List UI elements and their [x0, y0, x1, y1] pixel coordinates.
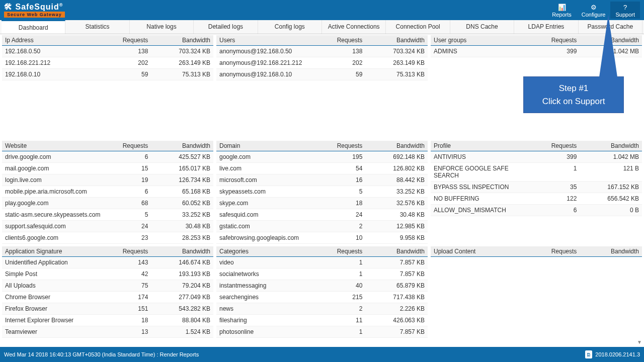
col-bandwidth[interactable]: Bandwidth — [148, 248, 210, 255]
col-bandwidth[interactable]: Bandwidth — [577, 142, 639, 149]
col-requests[interactable]: Requests — [533, 142, 577, 149]
cell-name: anonymous@192.168.221.212 — [219, 59, 319, 66]
table-row[interactable]: video17.857 KB — [216, 257, 428, 268]
table-row[interactable]: photosonline17.857 KB — [216, 326, 428, 338]
tab-connection-pool[interactable]: Connection Pool — [386, 20, 450, 34]
col-requests[interactable]: Requests — [319, 37, 363, 44]
table-row[interactable]: anonymous@192.168.221.212202263.149 KB — [216, 57, 428, 69]
cell-requests: 1 — [319, 270, 363, 278]
table-row[interactable]: Teamviewer131.524 KB — [2, 326, 213, 338]
col-title[interactable]: Upload Content — [434, 248, 533, 255]
table-row[interactable]: socialnetworks17.857 KB — [216, 268, 428, 280]
table-row[interactable]: clients6.google.com2328.253 KB — [2, 232, 213, 244]
table-row[interactable]: mobile.pipe.aria.microsoft.com665.168 KB — [2, 186, 213, 198]
cell-name: drive.google.com — [5, 153, 105, 160]
table-row[interactable]: Unidentified Application143146.674 KB — [2, 257, 213, 268]
table-row[interactable]: ENFORCE GOOGLE SAFE SEARCH1121 B — [431, 163, 642, 182]
table-row[interactable]: safesquid.com2430.48 KB — [216, 209, 428, 221]
cell-requests: 68 — [105, 200, 148, 207]
cell-requests: 54 — [319, 165, 363, 172]
cell-name: Unidentified Application — [5, 259, 105, 266]
table-row[interactable]: mail.google.com15165.017 KB — [2, 163, 213, 174]
col-bandwidth[interactable]: Bandwidth — [362, 37, 425, 44]
tab-config-logs[interactable]: Config logs — [258, 20, 322, 34]
table-row[interactable]: google.com195692.148 KB — [216, 151, 428, 163]
col-title[interactable]: Users — [219, 37, 319, 44]
col-requests[interactable]: Requests — [319, 248, 363, 255]
col-title[interactable]: Profile — [434, 142, 533, 149]
col-title[interactable]: Categories — [219, 248, 319, 255]
table-row[interactable]: static-asm.secure.skypeassets.com533.252… — [2, 209, 213, 221]
panel-body — [431, 257, 642, 340]
tab-dashboard[interactable]: Dashboard — [2, 20, 65, 34]
col-requests[interactable]: Requests — [105, 142, 148, 149]
col-requests[interactable]: Requests — [533, 37, 577, 44]
col-requests[interactable]: Requests — [319, 142, 363, 149]
table-row[interactable]: NO BUFFERING122656.542 KB — [431, 193, 642, 205]
col-title[interactable]: User groups — [434, 37, 533, 44]
table-row[interactable]: ANTIVIRUS3991.042 MB — [431, 151, 642, 163]
table-row[interactable]: news22.226 KB — [216, 303, 428, 315]
cell-requests: 6 — [533, 207, 577, 214]
table-row[interactable]: play.google.com6860.052 KB — [2, 198, 213, 209]
cell-name: support.safesquid.com — [5, 223, 105, 230]
table-row[interactable]: BYPASS SSL INSPECTION35167.152 KB — [431, 182, 642, 193]
header-actions: 📊 Reports ⚙ Configure ? Support — [547, 2, 640, 19]
tab-active-connections[interactable]: Active Connections — [322, 20, 386, 34]
col-title[interactable]: Website — [5, 142, 105, 149]
table-row[interactable]: login.live.com19126.734 KB — [2, 174, 213, 186]
col-title[interactable]: Application Signature — [5, 248, 105, 255]
table-row[interactable]: All Uploads7579.204 KB — [2, 280, 213, 292]
table-row[interactable]: instantmessaging4065.879 KB — [216, 280, 428, 292]
cell-bandwidth: 692.148 KB — [362, 153, 425, 160]
table-row[interactable]: drive.google.com6425.527 KB — [2, 151, 213, 163]
col-requests[interactable]: Requests — [105, 248, 148, 255]
col-requests[interactable]: Requests — [533, 248, 577, 255]
table-row[interactable]: skype.com1832.576 KB — [216, 198, 428, 209]
panel-profile: ProfileRequestsBandwidthANTIVIRUS3991.04… — [431, 141, 642, 245]
table-row[interactable]: skypeassets.com533.252 KB — [216, 186, 428, 198]
table-row[interactable]: Firefox Browser151543.282 KB — [2, 303, 213, 315]
table-row[interactable]: microsoft.com1688.442 KB — [216, 174, 428, 186]
table-row[interactable]: gstatic.com212.985 KB — [216, 221, 428, 232]
tab-ldap-entries[interactable]: LDAP Entries — [514, 20, 578, 34]
table-row[interactable]: Simple Post42193.193 KB — [2, 268, 213, 280]
brand-name: 🛠 SafeSquid® — [4, 3, 65, 12]
col-title[interactable]: Domain — [219, 142, 319, 149]
tab-detailed-logs[interactable]: Detailed logs — [194, 20, 258, 34]
cell-name: searchengines — [219, 294, 319, 301]
reports-button[interactable]: 📊 Reports — [547, 2, 577, 19]
col-bandwidth[interactable]: Bandwidth — [362, 248, 425, 255]
tab-dns-cache[interactable]: DNS Cache — [450, 20, 514, 34]
table-row[interactable]: support.safesquid.com2430.48 KB — [2, 221, 213, 232]
chevron-down-icon[interactable]: ▼ — [637, 339, 642, 345]
col-requests[interactable]: Requests — [105, 37, 148, 44]
cell-requests: 2 — [319, 305, 363, 312]
table-row[interactable]: filesharing11426.063 KB — [216, 315, 428, 326]
table-row[interactable]: ALLOW_DNS_MISMATCH60 B — [431, 205, 642, 216]
table-row[interactable]: anonymous@192.168.0.105975.313 KB — [216, 69, 428, 80]
col-bandwidth[interactable]: Bandwidth — [148, 37, 210, 44]
panel-body: anonymous@192.168.0.50138703.324 KBanony… — [216, 46, 428, 140]
cell-name: login.live.com — [5, 176, 105, 184]
table-row[interactable]: Internet Explorer Browser1888.804 KB — [2, 315, 213, 326]
tab-native-logs[interactable]: Native logs — [130, 20, 194, 34]
table-row[interactable]: safebrowsing.googleapis.com109.958 KB — [216, 232, 428, 244]
table-row[interactable]: anonymous@192.168.0.50138703.324 KB — [216, 46, 428, 57]
document-icon[interactable]: 🗎 — [585, 350, 592, 358]
col-bandwidth[interactable]: Bandwidth — [577, 248, 639, 255]
col-bandwidth[interactable]: Bandwidth — [148, 142, 210, 149]
col-bandwidth[interactable]: Bandwidth — [362, 142, 425, 149]
cell-requests: 6 — [105, 153, 148, 160]
table-row[interactable]: live.com54126.802 KB — [216, 163, 428, 174]
cell-name: instantmessaging — [219, 282, 319, 289]
table-row[interactable]: Chrome Browser174277.049 KB — [2, 292, 213, 303]
table-row[interactable]: 192.168.0.105975.313 KB — [2, 69, 213, 80]
table-row[interactable]: 192.168.221.212202263.149 KB — [2, 57, 213, 69]
table-row[interactable]: 192.168.0.50138703.324 KB — [2, 46, 213, 57]
tab-statistics[interactable]: Statistics — [65, 20, 129, 34]
cell-requests: 23 — [105, 234, 148, 241]
col-title[interactable]: Ip Address — [5, 37, 105, 44]
table-row[interactable]: searchengines215717.438 KB — [216, 292, 428, 303]
cell-bandwidth: 75.313 KB — [148, 71, 210, 78]
